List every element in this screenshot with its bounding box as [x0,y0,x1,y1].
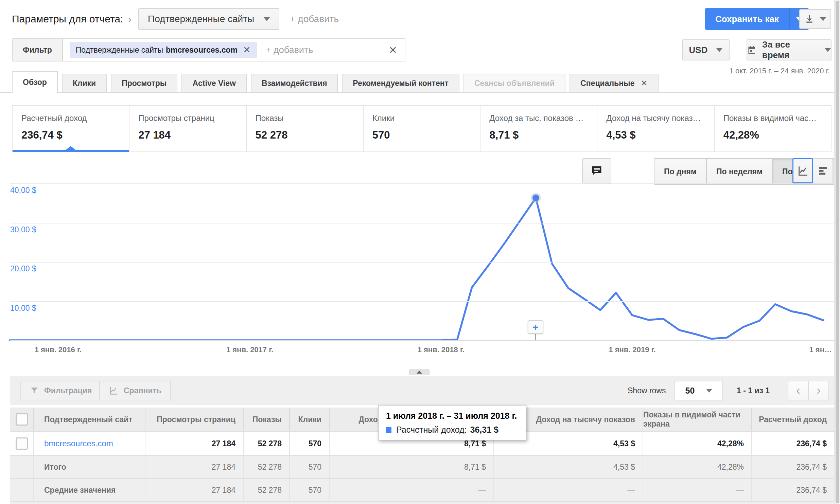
filter-clear-icon[interactable]: ✕ [389,44,397,56]
report-header: Параметры для отчета: › Подтвержденные с… [12,7,339,31]
table-cell: 42,28% [643,456,752,478]
report-type-dropdown[interactable]: Подтвержденные сайты [138,8,279,30]
summary-card[interactable]: Показы52 278 [247,106,364,151]
table-cell [10,479,34,501]
summary-card[interactable]: Показы в видимой час…42,28% [715,106,832,151]
tab-label: Взаимодействия [262,79,327,88]
save-as-split-button: Сохранить как [705,8,809,30]
tab-просмотры[interactable]: Просмотры [111,74,177,93]
select-all-checkbox[interactable] [16,413,28,426]
page-scrollbar[interactable] [834,0,840,504]
save-as-button[interactable]: Сохранить как [705,8,790,30]
currency-dropdown[interactable]: USD [682,39,730,60]
next-page-button[interactable]: › [808,381,829,400]
table-cell: Итого [34,456,145,478]
tab-label: Специальные [580,79,634,88]
summary-card[interactable]: Расчетный доход236,74 $ [13,106,129,151]
tab-сеансы-объявлений: Сеансы объявлений [463,74,565,93]
tab-рекомендуемый-контент[interactable]: Рекомендуемый контент [342,74,459,93]
column-header: Клики [290,408,330,431]
table-cell: 570 [290,456,330,478]
column-header-label[interactable]: Просмотры страниц [157,415,235,424]
card-value: 8,71 $ [489,129,597,141]
table-cell: 42,28% [643,432,752,455]
summary-card[interactable]: Доход за тыс. показов …8,71 $ [480,106,597,151]
tab-обзор[interactable]: Обзор [12,71,58,93]
column-header-label[interactable]: Клики [298,415,321,424]
tab-label: Просмотры [122,79,167,88]
column-header: Показы [244,408,290,431]
column-header-label[interactable]: Доход на тысячу показов [536,415,635,424]
collapse-chart-button[interactable] [409,369,430,375]
card-value: 236,74 $ [21,129,129,141]
earnings-line-chart[interactable]: 1 июля 2018 г. – 31 июля 2018 г. Расчетн… [0,185,840,362]
annotations-button[interactable] [582,158,611,183]
tooltip-series-row: Расчетный доход: 36,31 $ [386,425,519,435]
chart-tooltip: 1 июля 2018 г. – 31 июля 2018 г. Расчетн… [378,405,526,440]
tooltip-series-label: Расчетный доход: [396,425,467,435]
tab-специальные[interactable]: Специальные✕ [570,74,659,93]
summary-card[interactable]: Просмотры страниц27 184 [129,106,246,151]
table-cell: 570 [290,479,330,501]
add-dimension-button[interactable]: + добавить [290,14,339,24]
table-cell: 27 184 [145,432,244,455]
granularity-segment[interactable]: По дням [654,159,707,184]
report-type-label: Подтвержденные сайты [148,14,254,24]
tooltip-value: 36,31 $ [470,425,498,435]
pagination-range: 1 - 1 из 1 [737,376,770,405]
y-axis-tick-label: 20,00 $ [10,264,36,273]
tab-close-icon[interactable]: ✕ [641,78,648,88]
column-header-label[interactable]: Подтвержденный сайт [44,415,132,424]
tab-взаимодействия[interactable]: Взаимодействия [251,74,338,93]
select-all-column [10,408,34,431]
column-header-label[interactable]: Расчетный доход [759,415,827,424]
y-axis-tick-label: 10,00 $ [10,304,36,313]
tab-label: Клики [73,79,96,88]
add-annotation-marker[interactable]: + [528,320,543,334]
chip-close-icon[interactable]: ✕ [243,44,251,55]
bar-chart-view-button[interactable] [812,158,833,183]
previous-page-button[interactable]: ‹ [788,381,809,400]
rows-per-page-select[interactable]: 50 [675,381,723,400]
tooltip-date-range: 1 июля 2018 г. – 31 июля 2018 г. [386,411,519,421]
row-checkbox[interactable] [16,437,28,450]
active-card-notch [66,146,76,150]
column-header: Подтвержденный сайт [34,408,145,431]
table-cell: — [643,479,752,501]
tab-клики[interactable]: Клики [62,74,107,93]
summary-card[interactable]: Клики570 [364,106,480,151]
x-axis-line [10,340,834,341]
pagination-controls: ‹ › [788,381,829,400]
annotation-marker-stem [535,334,536,340]
filter-chip[interactable]: Подтвержденные сайты bmcresources.com ✕ [70,42,257,58]
scrollbar-thumb[interactable] [836,1,839,503]
date-range-dropdown[interactable]: За все время [747,39,832,60]
report-tabs: ОбзорКликиПросмотрыActive ViewВзаимодейс… [12,71,663,93]
compare-chart-icon [109,386,118,395]
column-header: Расчетный доход [752,408,834,431]
filter-input[interactable]: Подтвержденные сайты bmcresources.com ✕ … [62,38,405,61]
filter-bar: Фильтр Подтвержденные сайты bmcresources… [12,38,405,61]
granularity-segment[interactable]: По неделям [707,159,773,184]
table-body: bmcresources.com27 18452 2785708,71 $4,5… [10,431,834,501]
table-cell: 27 184 [145,479,244,501]
column-header: Просмотры страниц [145,408,244,431]
line-chart-view-button[interactable] [792,158,813,183]
card-value: 42,28% [723,129,831,141]
summary-cards: Расчетный доход236,74 $Просмотры страниц… [12,105,832,152]
earnings-series-line [10,198,823,340]
table-cell: 570 [290,432,330,455]
column-header-label[interactable]: Показы в видимой части экрана [643,410,744,429]
table-compare-button[interactable]: Сравнить [99,381,171,400]
table-filter-button[interactable]: Фильтрация [20,381,101,400]
filter-add-placeholder[interactable]: + добавить [266,45,313,55]
tab-active-view[interactable]: Active View [181,74,246,93]
summary-card[interactable]: Доход на тысячу показ…4,53 $ [597,106,714,151]
chart-type-toggle [792,158,833,183]
site-link[interactable]: bmcresources.com [44,439,113,448]
column-header-label[interactable]: Показы [252,415,282,424]
card-label: Показы в видимой час… [723,113,831,123]
table-cell [10,456,34,478]
export-button[interactable] [799,9,831,29]
table-toolbar: Фильтрация Сравнить Show rows 50 1 - 1 и… [10,376,834,405]
